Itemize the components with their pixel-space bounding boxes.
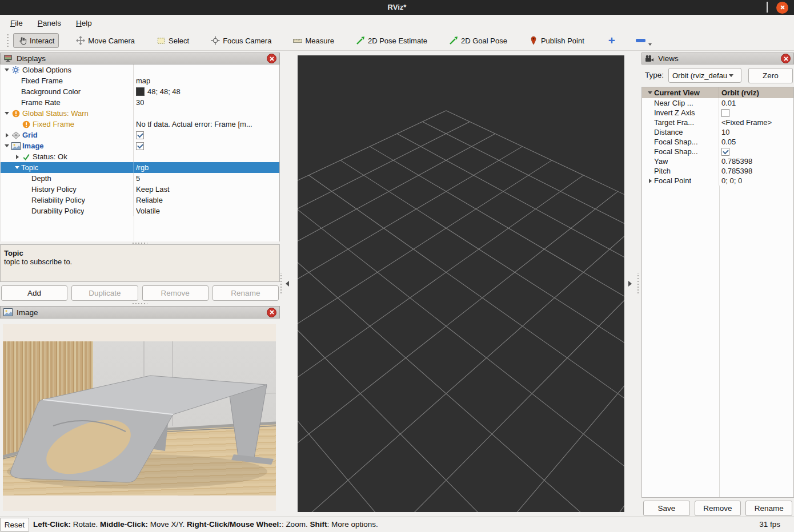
views-row-focal-shap[interactable]: Focal Shap...0.05 xyxy=(642,137,793,147)
view-type-dropdown[interactable]: Orbit (rviz_defau xyxy=(668,68,741,83)
fps-counter: 31 fps xyxy=(759,517,780,532)
views-row-target-fra[interactable]: Target Fra...<Fixed Frame> xyxy=(642,118,793,127)
displays-row-status-ok[interactable]: Status: Ok xyxy=(1,151,279,162)
remove-view-button[interactable]: Remove xyxy=(695,501,741,516)
expander-right-icon[interactable] xyxy=(3,133,11,138)
property-label: Global Status: Warn xyxy=(22,109,89,118)
tool-interact[interactable]: Interact xyxy=(13,33,59,48)
views-row-focal-shap[interactable]: Focal Shap... xyxy=(642,147,793,156)
window-close-button[interactable] xyxy=(776,2,788,14)
displays-row-reliability-policy[interactable]: Reliability PolicyReliable xyxy=(1,195,279,205)
displays-row-image[interactable]: Image xyxy=(1,140,279,151)
expander-down-icon[interactable] xyxy=(3,112,11,115)
expander-down-icon[interactable] xyxy=(646,91,654,94)
reset-button[interactable]: Reset xyxy=(0,518,29,532)
image-panel-header[interactable]: Image xyxy=(0,306,280,319)
checkbox-checked[interactable] xyxy=(136,142,144,150)
displays-row-fixed-frame[interactable]: Fixed Framemap xyxy=(1,75,279,86)
toolbar-grip-icon[interactable] xyxy=(7,34,9,47)
displays-row-frame-rate[interactable]: Frame Rate30 xyxy=(1,97,279,108)
render-viewport-3d[interactable] xyxy=(298,55,624,512)
views-row-pitch[interactable]: Pitch0.785398 xyxy=(642,166,793,176)
statusbar: Reset Left-Click: Rotate. Middle-Click: … xyxy=(0,517,794,532)
rename-view-button[interactable]: Rename xyxy=(745,501,792,516)
tool-label: Select xyxy=(169,37,189,45)
expander-down-icon[interactable] xyxy=(13,166,21,169)
window-maximize-button[interactable] xyxy=(767,2,768,13)
ruler-icon xyxy=(293,36,302,45)
views-row-invert-z-axis[interactable]: Invert Z Axis xyxy=(642,108,793,118)
property-value: 5 xyxy=(136,174,140,183)
views-row-near-clip[interactable]: Near Clip ...0.01 xyxy=(642,98,793,108)
tool-focus-camera[interactable]: Focus Camera xyxy=(206,33,276,48)
views-row-focal-point[interactable]: Focal Point0; 0; 0 xyxy=(642,176,793,186)
menu-file[interactable]: File xyxy=(5,19,29,27)
property-value: No tf data. Actual error: Frame [m... xyxy=(136,120,252,128)
tool-label: 2D Pose Estimate xyxy=(368,37,427,45)
splitter-handle[interactable] xyxy=(133,303,147,304)
rviz-window: RViz* FilePanelsHelp InteractMove Camera… xyxy=(0,0,794,532)
tool-measure[interactable]: Measure xyxy=(288,33,339,48)
close-icon[interactable] xyxy=(781,54,791,63)
property-label: Pitch xyxy=(654,167,671,175)
views-panel-title: Views xyxy=(658,54,679,63)
checkbox-unchecked[interactable] xyxy=(721,109,729,117)
displays-buttons: AddDuplicateRemoveRename xyxy=(0,285,280,301)
checkbox-checked[interactable] xyxy=(721,148,729,156)
checkbox-checked[interactable] xyxy=(136,131,144,139)
close-icon[interactable] xyxy=(267,308,276,317)
tool-2d-goal-pose[interactable]: 2D Goal Pose xyxy=(444,33,512,48)
property-value: 10 xyxy=(721,128,729,136)
save-view-button[interactable]: Save xyxy=(643,501,690,516)
pin-icon xyxy=(529,36,538,45)
tool-select[interactable]: Select xyxy=(152,33,194,48)
property-value: Orbit (rviz) xyxy=(721,88,759,97)
expander-right-icon[interactable] xyxy=(13,155,21,159)
tool-label: Move Camera xyxy=(88,37,135,45)
displays-row-background-color[interactable]: Background Color48; 48; 48 xyxy=(1,86,279,97)
displays-row-global-options[interactable]: Global Options xyxy=(1,65,279,75)
displays-row-global-status-warn[interactable]: Global Status: Warn xyxy=(1,108,279,119)
remove-button[interactable]: Remove xyxy=(142,285,208,301)
property-value: 30 xyxy=(136,98,144,107)
views-row-current-view[interactable]: Current ViewOrbit (rviz) xyxy=(642,87,793,98)
window-controls xyxy=(758,0,788,15)
collapse-left-arrow-icon[interactable] xyxy=(286,281,289,287)
menu-panels[interactable]: Panels xyxy=(32,19,67,27)
displays-row-history-policy[interactable]: History PolicyKeep Last xyxy=(1,184,279,195)
close-icon[interactable] xyxy=(267,54,276,63)
displays-row-grid[interactable]: Grid xyxy=(1,130,279,140)
add-tool-button[interactable]: + xyxy=(605,35,619,46)
grid-icon xyxy=(11,131,21,139)
displays-row-depth[interactable]: Depth5 xyxy=(1,173,279,184)
menu-help[interactable]: Help xyxy=(70,19,98,27)
duplicate-button[interactable]: Duplicate xyxy=(71,285,138,301)
property-value: Volatile xyxy=(136,207,160,215)
tool-publish-point[interactable]: Publish Point xyxy=(524,33,589,48)
views-row-distance[interactable]: Distance10 xyxy=(642,127,793,137)
displays-row-durability-policy[interactable]: Durability PolicyVolatile xyxy=(1,205,279,216)
displays-panel-header[interactable]: Displays xyxy=(0,53,280,65)
expander-down-icon[interactable] xyxy=(3,68,11,71)
property-value: 0.05 xyxy=(721,138,736,146)
rename-button[interactable]: Rename xyxy=(212,285,279,301)
add-button[interactable]: Add xyxy=(1,285,67,301)
tool-2d-pose-estimate[interactable]: 2D Pose Estimate xyxy=(351,33,432,48)
zero-button[interactable]: Zero xyxy=(748,68,793,83)
splitter-handle[interactable] xyxy=(133,243,147,244)
views-panel-header[interactable]: Views xyxy=(641,53,794,65)
tool-move-camera[interactable]: Move Camera xyxy=(71,33,139,48)
expander-right-icon[interactable] xyxy=(646,179,654,183)
splitter-handle[interactable] xyxy=(637,273,639,293)
splitter-handle[interactable] xyxy=(280,273,282,293)
remove-tool-button[interactable] xyxy=(633,35,648,46)
expander-down-icon[interactable] xyxy=(3,144,11,147)
property-label: Current View xyxy=(654,88,700,97)
monitor-icon xyxy=(3,54,13,63)
displays-row-fixed-frame[interactable]: Fixed FrameNo tf data. Actual error: Fra… xyxy=(1,119,279,130)
displays-row-topic[interactable]: Topic/rgb xyxy=(1,162,279,173)
views-row-yaw[interactable]: Yaw0.785398 xyxy=(642,156,793,166)
hint-text: Move X/Y. xyxy=(148,520,187,529)
collapse-right-arrow-icon[interactable] xyxy=(628,281,632,287)
window-title: RViz* xyxy=(0,0,794,15)
